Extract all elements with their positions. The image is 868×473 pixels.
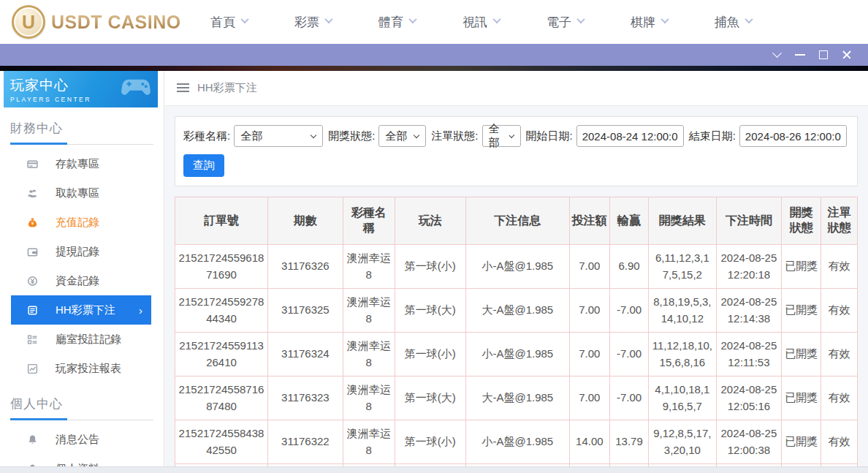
table-cell: 有效 bbox=[821, 289, 858, 333]
table-cell: 澳洲幸运8 bbox=[343, 245, 395, 289]
bell-icon bbox=[27, 434, 38, 445]
table-cell: 2024-08-25 12:14:38 bbox=[716, 289, 782, 333]
column-header: 投注額 bbox=[569, 197, 609, 245]
table-row: 215217245596187169031176326澳洲幸运8第一球(小)小-… bbox=[175, 245, 858, 289]
table-cell: 澳洲幸运8 bbox=[343, 333, 395, 376]
chevron-down-icon bbox=[408, 15, 416, 23]
table-cell: 31176324 bbox=[268, 333, 343, 376]
table-cell: 小-A盤@1.985 bbox=[465, 333, 569, 376]
logo-monogram: U bbox=[22, 12, 35, 33]
sidebar-item-hall-bet-records[interactable]: 廳室投註記錄 bbox=[0, 325, 164, 354]
dropdown-chevron-icon[interactable] bbox=[766, 46, 788, 64]
hamburger-menu-icon[interactable] bbox=[177, 83, 189, 93]
table-cell: 2024-08-25 12:00:38 bbox=[716, 420, 782, 464]
chevron-right-icon: › bbox=[139, 304, 142, 317]
table-row: 215217245584384255031176322澳洲幸运8第一球(小)小-… bbox=[175, 420, 858, 464]
table-cell: 小-A盤@1.985 bbox=[465, 245, 569, 289]
chevron-down-icon bbox=[240, 15, 248, 23]
coin-icon bbox=[27, 276, 38, 287]
table-cell: 7.00 bbox=[569, 289, 609, 333]
moneybag-icon: ¥ bbox=[27, 217, 38, 228]
column-header: 輸贏 bbox=[609, 197, 648, 245]
column-header: 開獎狀態 bbox=[782, 197, 821, 245]
chevron-down-icon bbox=[660, 15, 669, 23]
order-status-select[interactable]: 全部 bbox=[482, 125, 521, 147]
gamepad-icon bbox=[121, 77, 151, 99]
table-cell: 有效 bbox=[821, 376, 858, 420]
window-controls bbox=[764, 46, 858, 64]
sidebar-item-player-bet-report[interactable]: 玩家投注報表 bbox=[0, 354, 164, 383]
page-title: HH彩票下注 bbox=[197, 81, 257, 95]
sidebar-item-withdraw-zone[interactable]: 取款專區 bbox=[0, 178, 164, 208]
top-navigation-bar: U USDT CASINO 首頁彩票體育視訊電子棋牌捕魚 bbox=[0, 0, 868, 44]
sidebar-item-label: 充值記錄 bbox=[56, 216, 99, 230]
nav-item-electronic[interactable]: 電子 bbox=[547, 14, 584, 31]
table-cell: 已開獎 bbox=[782, 376, 821, 420]
chevron-down-icon bbox=[414, 132, 419, 137]
table-cell: 31176325 bbox=[268, 289, 343, 333]
records-list-icon bbox=[27, 334, 38, 345]
nav-item-lottery[interactable]: 彩票 bbox=[294, 14, 332, 31]
column-header: 玩法 bbox=[395, 197, 465, 245]
nav-item-video[interactable]: 視訊 bbox=[462, 14, 500, 31]
table-cell: 第一球(小) bbox=[395, 420, 465, 464]
column-header: 下注信息 bbox=[465, 197, 569, 245]
lottery-type-select[interactable]: 全部 bbox=[234, 125, 323, 147]
svg-text:¥: ¥ bbox=[31, 221, 34, 226]
main-menu: 首頁彩票體育視訊電子棋牌捕魚 bbox=[210, 14, 799, 31]
draw-status-select[interactable]: 全部 bbox=[378, 125, 426, 147]
table-cell: 第一球(小) bbox=[395, 245, 465, 289]
nav-item-sports[interactable]: 體育 bbox=[378, 14, 416, 31]
table-cell: 第一球(大) bbox=[395, 289, 465, 333]
nav-item-home[interactable]: 首頁 bbox=[210, 14, 248, 31]
sidebar-item-recharge-records[interactable]: ¥充值記錄 bbox=[0, 208, 164, 237]
brand-logo[interactable]: U USDT CASINO bbox=[12, 5, 181, 39]
sidebar-item-hh-lottery-bets[interactable]: HH彩票下注› bbox=[11, 295, 151, 325]
end-date-label: 結束日期: bbox=[689, 129, 736, 143]
table-cell: 小-A盤@1.985 bbox=[465, 420, 569, 464]
sidebar-item-withdrawal-records[interactable]: 提現記錄 bbox=[0, 237, 164, 266]
close-icon[interactable] bbox=[836, 46, 858, 64]
draw-status-label: 開獎狀態: bbox=[328, 129, 375, 143]
sidebar-item-deposit-zone[interactable]: 存款專區 bbox=[0, 149, 164, 178]
table-cell: -7.00 bbox=[609, 376, 648, 420]
maximize-icon[interactable] bbox=[812, 46, 834, 64]
sidebar-item-label: 提現記錄 bbox=[56, 245, 99, 259]
sidebar-item-label: 玩家投注報表 bbox=[56, 362, 121, 376]
wallet-icon bbox=[27, 246, 38, 257]
start-date-input[interactable] bbox=[576, 125, 684, 147]
table-cell: 2024-08-25 12:05:16 bbox=[716, 376, 782, 420]
table-cell: 2152172455871687480 bbox=[175, 376, 268, 420]
end-date-input[interactable] bbox=[739, 125, 847, 147]
nav-item-fishing[interactable]: 捕魚 bbox=[715, 14, 752, 31]
table-header-row: 訂單號期數彩種名稱玩法下注信息投注額輸贏開獎結果下注時間開獎狀態注單狀態 bbox=[175, 197, 858, 245]
chevron-down-icon bbox=[492, 15, 500, 23]
sidebar-item-label: 廳室投註記錄 bbox=[56, 333, 121, 347]
section-title: 財務中心 bbox=[10, 120, 153, 137]
deposit-card-icon bbox=[27, 159, 38, 170]
chevron-down-icon bbox=[509, 132, 514, 137]
column-header: 彩種名稱 bbox=[343, 197, 395, 245]
table-cell: 7.00 bbox=[569, 245, 609, 289]
table-cell: 31176322 bbox=[268, 420, 343, 464]
document-list-icon bbox=[27, 305, 38, 316]
minimize-icon[interactable] bbox=[789, 46, 811, 64]
section-underline bbox=[10, 143, 153, 145]
section-title: 個人中心 bbox=[10, 396, 153, 412]
search-button[interactable]: 查詢 bbox=[183, 154, 224, 177]
sidebar-item-announcements[interactable]: 消息公告 bbox=[0, 425, 164, 454]
table-cell: 2152172455961871690 bbox=[175, 245, 268, 289]
withdraw-hand-icon bbox=[27, 188, 38, 199]
table-row: 215217245591132641031176324澳洲幸运8第一球(小)小-… bbox=[175, 333, 858, 376]
sidebar-item-funds-records[interactable]: 資金記錄 bbox=[0, 266, 164, 295]
table-cell: 2152172455911326410 bbox=[175, 333, 268, 376]
bets-table: 訂單號期數彩種名稱玩法下注信息投注額輸贏開獎結果下注時間開獎狀態注單狀態 215… bbox=[175, 197, 858, 473]
section-underline bbox=[10, 418, 153, 420]
order-status-label: 注單狀態: bbox=[431, 129, 478, 143]
table-cell: 31176323 bbox=[268, 376, 343, 420]
table-cell: 澳洲幸运8 bbox=[343, 420, 395, 464]
table-cell: 14.00 bbox=[569, 420, 609, 464]
nav-item-chess[interactable]: 棋牌 bbox=[631, 14, 668, 31]
table-cell: 9,12,8,5,17,3,20,10 bbox=[649, 420, 716, 464]
table-cell: 2152172455843842550 bbox=[175, 420, 268, 464]
